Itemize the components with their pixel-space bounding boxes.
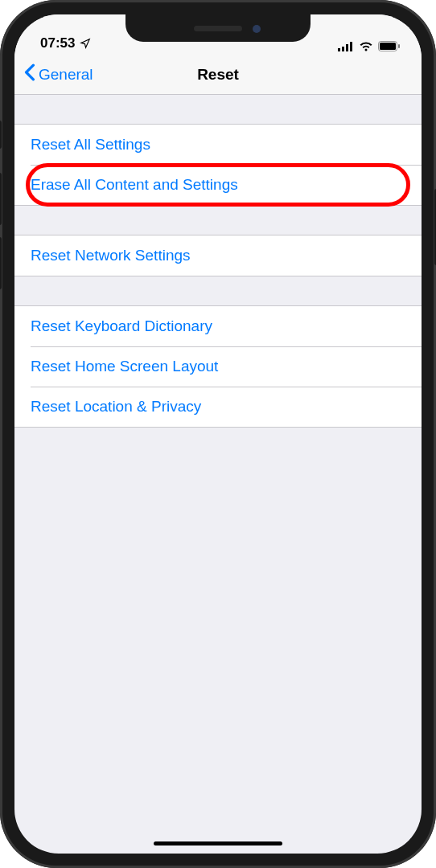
volume-up-button	[0, 173, 2, 225]
settings-group: Reset Keyboard DictionaryReset Home Scre…	[14, 305, 422, 428]
reset-keyboard-dictionary[interactable]: Reset Keyboard Dictionary	[14, 306, 422, 346]
screen: 07:53	[14, 14, 422, 854]
page-title: Reset	[197, 66, 239, 84]
status-left: 07:53	[40, 35, 91, 51]
svg-rect-6	[398, 44, 400, 48]
settings-group: Reset All SettingsErase All Content and …	[14, 124, 422, 206]
svg-rect-0	[338, 48, 340, 51]
settings-content: Reset All SettingsErase All Content and …	[14, 124, 422, 428]
front-camera	[253, 25, 261, 33]
svg-rect-1	[342, 47, 344, 51]
phone-frame: 07:53	[0, 0, 436, 868]
chevron-left-icon	[24, 63, 35, 85]
location-icon	[80, 38, 91, 49]
erase-all-content[interactable]: Erase All Content and Settings	[14, 165, 422, 205]
status-right	[338, 41, 401, 51]
settings-group: Reset Network Settings	[14, 235, 422, 276]
wifi-icon	[359, 41, 373, 51]
reset-all-settings[interactable]: Reset All Settings	[14, 125, 422, 165]
volume-down-button	[0, 237, 2, 289]
svg-rect-5	[380, 43, 396, 50]
back-button[interactable]: General	[24, 63, 93, 85]
speaker	[194, 26, 242, 31]
status-time: 07:53	[40, 35, 75, 51]
nav-bar: General Reset	[14, 55, 422, 95]
reset-location-privacy[interactable]: Reset Location & Privacy	[14, 387, 422, 427]
notch	[125, 14, 311, 42]
svg-rect-3	[350, 42, 352, 51]
svg-rect-2	[346, 44, 348, 51]
cellular-icon	[338, 42, 354, 51]
home-indicator[interactable]	[154, 841, 282, 845]
back-label: General	[39, 66, 93, 84]
battery-icon	[378, 41, 401, 51]
reset-home-screen-layout[interactable]: Reset Home Screen Layout	[14, 346, 422, 387]
mute-switch	[0, 121, 2, 149]
reset-network-settings[interactable]: Reset Network Settings	[14, 235, 422, 276]
